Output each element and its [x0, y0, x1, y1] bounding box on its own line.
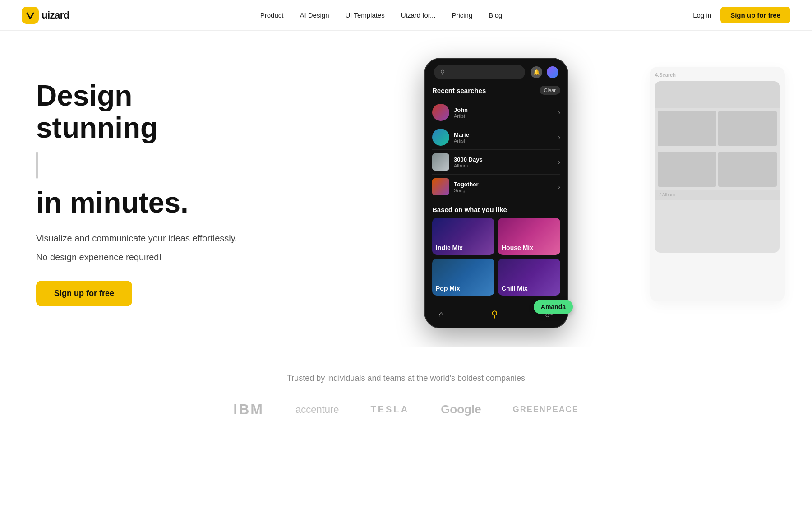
bottom-search-icon[interactable]: ⚲	[491, 309, 498, 319]
logo-ibm: IBM	[233, 401, 264, 418]
nav-item-ui-templates[interactable]: UI Templates	[345, 11, 384, 19]
logo-google: Google	[441, 402, 481, 416]
phone-content: Recent searches Clear John Artist ›	[425, 79, 567, 302]
music-card-house[interactable]: House Mix	[498, 218, 560, 255]
search-thumb-together	[432, 178, 449, 195]
search-item-john[interactable]: John Artist ›	[432, 100, 560, 125]
music-card-label-indie: Indie Mix	[436, 244, 463, 251]
search-name-together: Together	[454, 181, 479, 188]
hero-visual: 4.Search 7 Album	[253, 58, 776, 328]
search-item-3000days[interactable]: 3000 Days Album ›	[432, 150, 560, 175]
music-card-label-house: House Mix	[502, 244, 533, 251]
amanda-cursor-label: Amanda	[534, 300, 573, 314]
search-thumb-marie	[432, 129, 449, 146]
bg-card: 4.Search 7 Album	[650, 67, 785, 301]
search-item-info-marie: Marie Artist	[454, 131, 469, 143]
notification-icon[interactable]: 🔔	[531, 66, 542, 78]
chevron-icon-3000: ›	[558, 158, 560, 166]
search-item-together[interactable]: Together Song ›	[432, 175, 560, 199]
hero-section: Design stunning in minutes. Visualize an…	[0, 31, 812, 347]
login-button[interactable]: Log in	[693, 11, 711, 19]
bg-phone-top	[655, 81, 780, 108]
hero-title-line1: Design stunning	[36, 80, 253, 143]
music-card-pop[interactable]: Pop Mix	[432, 259, 494, 296]
nav-item-uizard-for[interactable]: Uizard for...	[401, 11, 436, 19]
hero-text-block: Design stunning in minutes. Visualize an…	[36, 80, 253, 306]
logo-text: uizard	[42, 9, 69, 21]
logo-accenture: accenture	[295, 404, 339, 416]
signup-button-nav[interactable]: Sign up for free	[720, 7, 790, 23]
navbar: uizard Product AI Design UI Templates Ui…	[0, 0, 812, 31]
phone-notch-bar: ⚲ 🔔	[425, 59, 567, 79]
clear-button[interactable]: Clear	[540, 86, 560, 95]
logo-link[interactable]: uizard	[22, 7, 69, 24]
hero-title-line2: in minutes.	[36, 187, 253, 218]
search-item-left-together: Together Song	[432, 178, 479, 195]
hero-desc1: Visualize and communicate your ideas eff…	[36, 231, 253, 245]
logo-greenpeace: GREENPEACE	[513, 405, 579, 414]
home-icon[interactable]: ⌂	[438, 309, 444, 319]
search-name-marie: Marie	[454, 131, 469, 138]
search-type-together: Song	[454, 188, 479, 193]
search-item-info-together: Together Song	[454, 181, 479, 193]
search-type-marie: Artist	[454, 138, 469, 143]
logos-row: IBM accenture TESLA Google GREENPEACE	[22, 401, 790, 418]
nav-right: Log in Sign up for free	[693, 7, 790, 23]
user-avatar[interactable]	[547, 66, 558, 78]
based-on-title: Based on what you like	[432, 206, 560, 213]
hero-cta-button[interactable]: Sign up for free	[36, 281, 132, 306]
nav-item-ai-design[interactable]: AI Design	[300, 11, 329, 19]
nav-item-blog[interactable]: Blog	[489, 11, 502, 19]
nav-links: Product AI Design UI Templates Uizard fo…	[260, 11, 503, 19]
recent-searches-header: Recent searches Clear	[432, 86, 560, 95]
recent-searches-title: Recent searches	[432, 87, 486, 94]
search-item-info-3000: 3000 Days Album	[454, 156, 483, 168]
nav-item-pricing[interactable]: Pricing	[452, 11, 472, 19]
nav-item-product[interactable]: Product	[260, 11, 284, 19]
search-type-3000: Album	[454, 163, 483, 168]
trusted-section: Trusted by individuals and teams at the …	[0, 347, 812, 440]
logo-icon	[22, 7, 39, 24]
music-grid: Indie Mix House Mix Pop Mix Chill Mix	[432, 218, 560, 296]
search-item-marie[interactable]: Marie Artist ›	[432, 125, 560, 150]
search-name-3000: 3000 Days	[454, 156, 483, 163]
logo-tesla: TESLA	[371, 404, 410, 415]
logo-svg	[25, 10, 35, 20]
chevron-icon-marie: ›	[558, 134, 560, 141]
phone-mockup: ⚲ 🔔 Recent searches Clear	[424, 58, 568, 328]
phone-search-bar[interactable]: ⚲	[434, 65, 525, 79]
search-item-info: John Artist	[454, 106, 468, 119]
bg-card-label: 4.Search	[655, 72, 780, 78]
search-thumb-john	[432, 104, 449, 121]
hero-desc2: No design experience required!	[36, 252, 253, 263]
music-card-label-pop: Pop Mix	[436, 285, 460, 292]
bg-phone: 7 Album	[655, 81, 780, 253]
bg-album-label: 7 Album	[655, 190, 780, 200]
search-item-left: John Artist	[432, 104, 468, 121]
search-item-left-3000: 3000 Days Album	[432, 153, 483, 171]
music-card-indie[interactable]: Indie Mix	[432, 218, 494, 255]
chevron-icon-john: ›	[558, 109, 560, 116]
search-type-john: Artist	[454, 113, 468, 119]
hero-divider	[36, 152, 38, 179]
search-thumb-3000	[432, 153, 449, 171]
trusted-text: Trusted by individuals and teams at the …	[22, 374, 790, 383]
music-card-chill[interactable]: Chill Mix	[498, 259, 560, 296]
phone-body: ⚲ 🔔 Recent searches Clear	[424, 58, 568, 328]
chevron-icon-together: ›	[558, 183, 560, 190]
search-item-left-marie: Marie Artist	[432, 129, 469, 146]
phone-top-icons: 🔔	[531, 66, 558, 78]
music-card-label-chill: Chill Mix	[502, 285, 528, 292]
search-icon: ⚲	[440, 69, 445, 76]
search-name-john: John	[454, 106, 468, 113]
